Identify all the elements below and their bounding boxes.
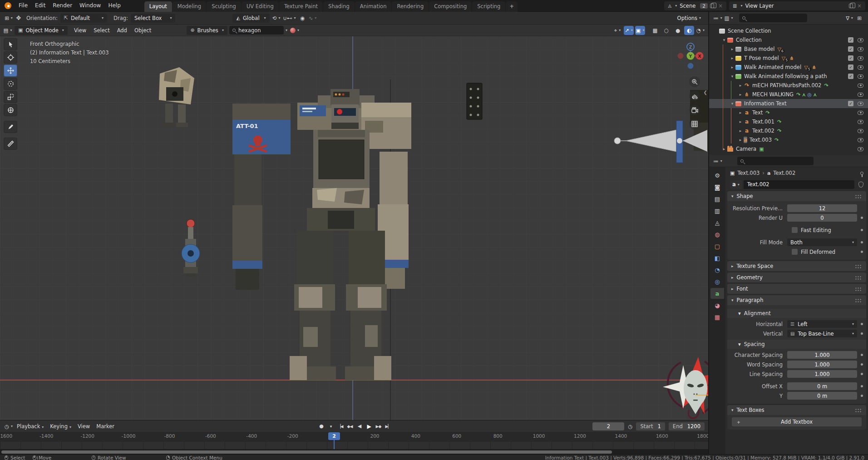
- scene-users-badge[interactable]: 2: [700, 3, 708, 9]
- outliner-item-label[interactable]: Walk Animated following a path: [744, 73, 827, 79]
- outliner-row[interactable]: ▸aText.003↷: [709, 135, 868, 144]
- outliner-item-label[interactable]: Collection: [736, 37, 762, 43]
- menu-add[interactable]: Add: [113, 27, 131, 34]
- outliner-row[interactable]: ▾Collection✓: [709, 35, 868, 45]
- menu-object[interactable]: Object: [131, 27, 155, 34]
- current-frame-indicator[interactable]: 2: [328, 432, 340, 440]
- shading-wireframe-button[interactable]: ○: [661, 26, 671, 35]
- drag-handle-icon[interactable]: [855, 287, 862, 291]
- vertical-alignment-dropdown[interactable]: ▤Top Base-Line▾: [787, 330, 857, 337]
- object-type-visibility-button[interactable]: ⌖▾: [612, 26, 622, 35]
- zoom-icon[interactable]: [689, 76, 700, 87]
- properties-tab-tool[interactable]: ⚙: [710, 170, 724, 181]
- properties-search-input[interactable]: [737, 157, 814, 165]
- text-boxes-header[interactable]: ▾Text Boxes: [727, 405, 866, 415]
- outliner-item-label[interactable]: Base model: [744, 46, 774, 52]
- properties-tab-physics[interactable]: ◔: [710, 264, 724, 275]
- add-workspace-button[interactable]: +: [506, 1, 518, 12]
- menu-view[interactable]: View: [70, 27, 90, 34]
- viewport-canvas[interactable]: ATT-01: [0, 36, 708, 420]
- outliner-item-label[interactable]: Information Text: [744, 100, 786, 107]
- material-caret-icon[interactable]: ▾: [297, 28, 299, 32]
- tab-texture-paint[interactable]: Texture Paint: [279, 1, 323, 12]
- tab-uv-editing[interactable]: UV Editing: [242, 1, 279, 12]
- expand-toggle-icon[interactable]: ▸: [729, 47, 735, 51]
- properties-tab-object[interactable]: ▢: [710, 241, 724, 252]
- next-keyframe-button[interactable]: ▶◆: [374, 422, 383, 430]
- jump-to-end-button[interactable]: ▶▏: [384, 422, 392, 430]
- outliner-row[interactable]: ▸Base model▽6✓: [709, 45, 868, 54]
- menu-select[interactable]: Select: [90, 27, 113, 34]
- animate-dot-icon[interactable]: [861, 251, 863, 253]
- shading-rendered-button[interactable]: ◔▾: [695, 26, 705, 35]
- outliner-item-label[interactable]: Text.002: [752, 128, 774, 134]
- sidebar-collapse-icon[interactable]: ❮: [704, 90, 707, 95]
- animate-dot-icon[interactable]: [861, 217, 863, 219]
- animate-dot-icon[interactable]: [861, 385, 863, 387]
- datablock-name-field[interactable]: Text.002: [744, 180, 854, 189]
- menu-window[interactable]: Window: [76, 0, 104, 11]
- visibility-eye-icon[interactable]: [858, 111, 863, 115]
- expand-toggle-icon[interactable]: ▸: [737, 138, 744, 142]
- fill-mode-dropdown[interactable]: Both▾: [787, 238, 857, 246]
- expand-toggle-icon[interactable]: ▸: [737, 110, 744, 115]
- properties-tab-world[interactable]: ◍: [710, 229, 724, 240]
- new-scene-icon[interactable]: [710, 4, 714, 8]
- expand-toggle-icon[interactable]: ▸: [729, 65, 735, 69]
- outliner-row[interactable]: ▸⋔MECH WALKING↷⋏◎⋏: [709, 90, 868, 99]
- outliner-display-mode-icon[interactable]: ≔▾: [713, 14, 723, 23]
- properties-tab-scene[interactable]: ◬: [710, 217, 724, 228]
- visibility-eye-icon[interactable]: [858, 65, 863, 69]
- timeline-editor-type-icon[interactable]: ◷▾: [4, 422, 14, 431]
- outliner-row[interactable]: ▸aText.002↷: [709, 126, 868, 135]
- move-tool-button[interactable]: [4, 64, 17, 77]
- character-spacing-field[interactable]: 1.000: [787, 351, 857, 359]
- outliner-item-label[interactable]: Camera: [736, 146, 756, 152]
- viewport-3d[interactable]: ATT-01: [0, 36, 708, 420]
- outliner-row[interactable]: Scene Collection: [709, 26, 868, 35]
- active-tool-icon[interactable]: ⊞▾: [4, 14, 14, 23]
- drag-dropdown[interactable]: Select Box▾: [131, 14, 176, 23]
- measure-tool-button[interactable]: [4, 138, 17, 150]
- menu-file[interactable]: File: [15, 0, 31, 11]
- expand-toggle-icon[interactable]: ▾: [729, 101, 735, 106]
- drag-handle-icon[interactable]: [855, 276, 862, 280]
- frame-end-field[interactable]: End1200: [669, 422, 705, 430]
- breadcrumb-data[interactable]: Text.002: [773, 170, 795, 176]
- cursor-tool-button[interactable]: [4, 51, 17, 64]
- proportional-edit-icon[interactable]: ◉: [298, 14, 308, 23]
- new-view-layer-icon[interactable]: [849, 4, 853, 8]
- keying-set-caret-icon[interactable]: ▾: [326, 422, 335, 430]
- paragraph-header[interactable]: ▾Paragraph: [727, 295, 866, 305]
- expand-toggle-icon[interactable]: ▸: [737, 83, 744, 88]
- scene-selector[interactable]: ◬▾ Scene 2 ×: [664, 1, 726, 10]
- visibility-eye-icon[interactable]: [858, 84, 863, 88]
- breadcrumb-object[interactable]: Text.003: [737, 170, 760, 176]
- animate-dot-icon[interactable]: [861, 323, 863, 325]
- collection-checkbox[interactable]: ✓: [848, 55, 853, 61]
- texture-space-header[interactable]: ▸Texture Space: [727, 261, 866, 271]
- outliner-item-label[interactable]: Text.001: [752, 119, 774, 125]
- collection-checkbox[interactable]: ✓: [848, 64, 853, 70]
- play-reverse-button[interactable]: ◀: [355, 422, 364, 430]
- fill-deformed-checkbox[interactable]: [792, 249, 798, 255]
- auto-keying-record-button[interactable]: ●: [317, 422, 326, 430]
- offset-y-field[interactable]: 0 m: [787, 392, 857, 400]
- view-layer-selector[interactable]: ▥▾ View Layer ×: [729, 1, 865, 10]
- brush-search-input[interactable]: hexagon: [229, 26, 284, 35]
- drag-handle-icon[interactable]: [855, 298, 862, 302]
- collection-checkbox[interactable]: ✓: [848, 37, 853, 43]
- tab-layout[interactable]: Layout: [144, 1, 172, 12]
- collection-checkbox[interactable]: ✓: [848, 101, 853, 106]
- tab-modeling[interactable]: Modeling: [173, 1, 206, 12]
- overlays-toggle-button[interactable]: ▣▾: [635, 26, 645, 35]
- visibility-eye-icon[interactable]: [858, 129, 863, 133]
- menu-render[interactable]: Render: [49, 0, 76, 11]
- navigation-gizmo[interactable]: Z Y X: [676, 41, 705, 71]
- camera-view-icon[interactable]: [689, 104, 700, 115]
- brushes-dropdown[interactable]: ⊕Brushes▾: [187, 26, 227, 35]
- annotate-tool-button[interactable]: [4, 121, 17, 133]
- remove-view-layer-icon[interactable]: ×: [857, 3, 862, 9]
- view-layer-name[interactable]: View Layer: [742, 3, 776, 9]
- orientation-dropdown[interactable]: ⇱Default▾: [60, 14, 107, 23]
